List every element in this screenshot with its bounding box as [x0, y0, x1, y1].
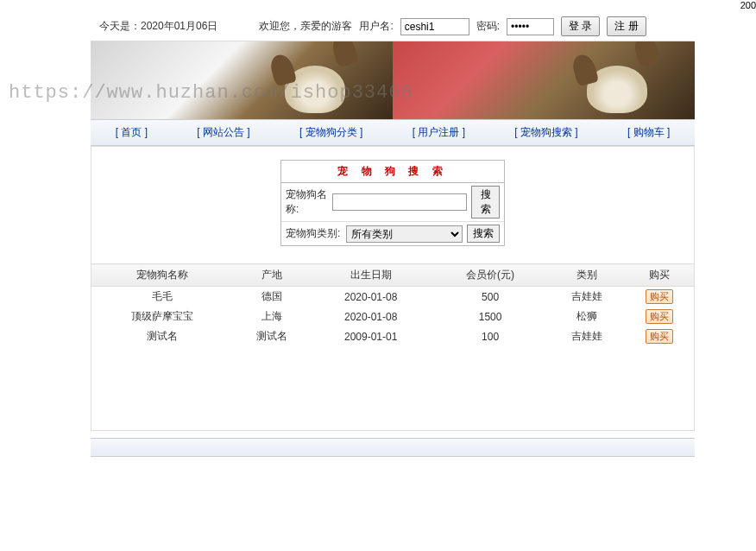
search-name-input[interactable] [332, 193, 467, 211]
search-box: 宠 物 狗 搜 索 宠物狗名称: 搜索 宠物狗类别: 所有类别 搜索 [280, 160, 505, 246]
td-buy: 购买 [625, 326, 694, 346]
td-price: 100 [432, 326, 549, 346]
header-bar: 今天是：2020年01月06日 欢迎您，亲爱的游客 用户名: 密码: 登 录 注… [91, 12, 695, 41]
search-type-select[interactable]: 所有类别 [346, 225, 463, 243]
search-title: 宠 物 狗 搜 索 [281, 161, 504, 183]
nav-register[interactable]: [ 用户注册 ] [413, 125, 465, 140]
buy-button[interactable]: 购买 [646, 309, 673, 324]
content-area: 宠 物 狗 搜 索 宠物狗名称: 搜索 宠物狗类别: 所有类别 搜索 宠物狗名称… [91, 146, 695, 431]
password-input[interactable] [507, 18, 554, 35]
td-birth: 2020-01-08 [310, 287, 432, 307]
search-name-button[interactable]: 搜索 [471, 186, 500, 218]
td-name: 测试名 [91, 326, 233, 346]
td-name: 顶级萨摩宝宝 [91, 307, 233, 326]
banner [91, 41, 695, 119]
register-button[interactable]: 注 册 [607, 16, 646, 36]
search-row-type: 宠物狗类别: 所有类别 搜索 [281, 222, 504, 245]
banner-left-image [91, 41, 393, 119]
nav-bar: [ 首页 ] [ 网站公告 ] [ 宠物狗分类 ] [ 用户注册 ] [ 宠物狗… [91, 119, 695, 146]
table-row: 顶级萨摩宝宝上海2020-01-081500松狮购买 [91, 307, 694, 326]
table-row: 测试名测试名2009-01-01100吉娃娃购买 [91, 326, 694, 346]
dog-image-right [565, 50, 669, 119]
table-header-row: 宠物狗名称 产地 出生日期 会员价(元) 类别 购买 [91, 264, 694, 287]
banner-right-image [393, 41, 695, 119]
nav-home[interactable]: [ 首页 ] [116, 125, 148, 140]
th-category: 类别 [548, 264, 624, 287]
username-input[interactable] [400, 18, 469, 35]
search-type-button[interactable]: 搜索 [467, 225, 500, 243]
td-buy: 购买 [625, 307, 694, 326]
main-container: 今天是：2020年01月06日 欢迎您，亲爱的游客 用户名: 密码: 登 录 注… [91, 12, 695, 457]
td-category: 吉娃娃 [548, 287, 624, 307]
nav-search[interactable]: [ 宠物狗搜索 ] [514, 125, 577, 140]
date-section: 今天是：2020年01月06日 [99, 19, 217, 34]
th-origin: 产地 [233, 264, 309, 287]
td-birth: 2020-01-08 [310, 307, 432, 326]
dog-image-left [263, 50, 367, 119]
search-row-name: 宠物狗名称: 搜索 [281, 183, 504, 222]
td-birth: 2009-01-01 [310, 326, 432, 346]
results-table: 宠物狗名称 产地 出生日期 会员价(元) 类别 购买 毛毛德国2020-01-0… [91, 263, 694, 346]
nav-announcements[interactable]: [ 网站公告 ] [197, 125, 249, 140]
table-row: 毛毛德国2020-01-08500吉娃娃购买 [91, 287, 694, 307]
td-buy: 购买 [625, 287, 694, 307]
td-origin: 上海 [233, 307, 309, 326]
td-name: 毛毛 [91, 287, 233, 307]
th-price: 会员价(元) [432, 264, 549, 287]
th-buy: 购买 [625, 264, 694, 287]
buy-button[interactable]: 购买 [646, 289, 673, 304]
buy-button[interactable]: 购买 [646, 329, 673, 344]
nav-cart[interactable]: [ 购物车 ] [627, 125, 670, 140]
th-birth: 出生日期 [310, 264, 432, 287]
page-top-text: 200 [740, 0, 756, 10]
td-origin: 测试名 [233, 326, 309, 346]
td-category: 吉娃娃 [548, 326, 624, 346]
td-category: 松狮 [548, 307, 624, 326]
nav-categories[interactable]: [ 宠物狗分类 ] [299, 125, 362, 140]
footer-bar [91, 438, 695, 457]
th-name: 宠物狗名称 [91, 264, 233, 287]
date-value: 2020年01月06日 [141, 20, 217, 32]
username-label: 用户名: [359, 19, 393, 34]
td-price: 500 [432, 287, 549, 307]
td-origin: 德国 [233, 287, 309, 307]
date-label: 今天是： [99, 20, 141, 32]
login-button[interactable]: 登 录 [561, 16, 600, 36]
password-label: 密码: [476, 19, 500, 34]
search-name-label: 宠物狗名称: [286, 187, 332, 217]
welcome-text: 欢迎您，亲爱的游客 [259, 19, 352, 34]
td-price: 1500 [432, 307, 549, 326]
search-type-label: 宠物狗类别: [286, 226, 346, 241]
